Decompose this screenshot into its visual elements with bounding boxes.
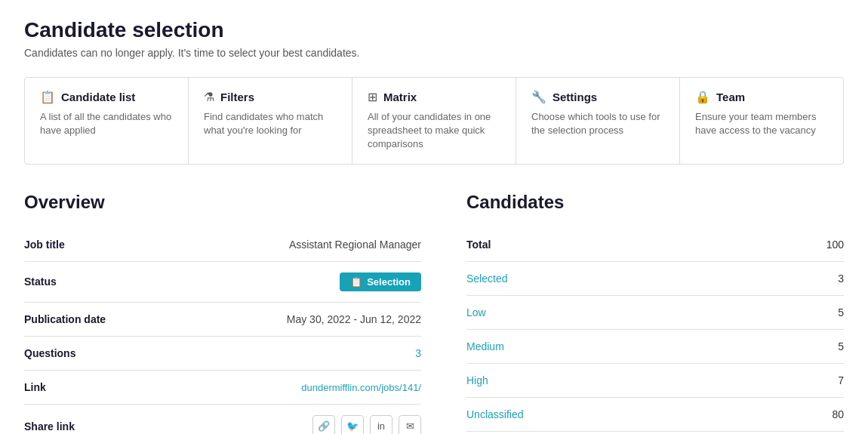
table-row: Low5 [466, 295, 844, 329]
candidates-row-label: High [466, 363, 755, 397]
page-subtitle: Candidates can no longer apply. It's tim… [24, 47, 844, 59]
filters-desc: Find candidates who match what you're lo… [204, 110, 337, 137]
settings-icon: 🔧 [531, 90, 546, 104]
candidates-row-value: 3 [755, 261, 844, 295]
badge-icon: 📋 [350, 276, 362, 288]
matrix-desc: All of your candidates in one spreadshee… [368, 110, 500, 152]
filters-title: Filters [220, 91, 254, 103]
candidates-row-label: Medium [466, 329, 755, 363]
candidates-selected-link[interactable]: Selected [466, 272, 507, 285]
overview-table: Job titleAssistant Regional ManagerStatu… [24, 228, 421, 434]
candidates-title: Candidates [466, 192, 844, 213]
candidates-unclassified-link[interactable]: Unclassified [466, 408, 523, 420]
overview-row-label: Job title [24, 228, 145, 262]
table-row: Questions3 [24, 336, 421, 370]
twitter-icon[interactable]: 🐦 [341, 415, 364, 434]
settings-title: Settings [553, 91, 597, 103]
overview-row-label: Share link [24, 404, 145, 434]
matrix-icon: ⊞ [368, 90, 377, 104]
table-row: Unclassified80 [466, 397, 844, 431]
table-row: Share link🔗🐦in✉ [24, 404, 421, 434]
candidates-section: Candidates Total100Selected3Low5Medium5H… [466, 192, 844, 434]
card-settings[interactable]: 🔧 Settings Choose which tools to use for… [516, 78, 680, 164]
candidates-row-value: 80 [755, 397, 844, 431]
candidates-row-value: 100 [755, 228, 844, 262]
job-link[interactable]: dundermifflin.com/jobs/141/ [301, 382, 421, 393]
candidates-row-value: 5 [755, 295, 844, 329]
card-team[interactable]: 🔒 Team Ensure your team members have acc… [680, 78, 843, 164]
candidates-medium-link[interactable]: Medium [466, 340, 504, 352]
card-candidate-list[interactable]: 📋 Candidate list A list of all the candi… [25, 78, 189, 164]
link-icon[interactable]: 🔗 [312, 415, 335, 434]
candidate-list-title: Candidate list [61, 91, 135, 103]
team-title: Team [716, 91, 745, 103]
candidates-high-link[interactable]: High [466, 374, 488, 386]
candidate-list-icon: 📋 [40, 90, 55, 104]
table-row: High7 [466, 363, 844, 397]
table-row: Linkdundermifflin.com/jobs/141/ [24, 370, 421, 404]
candidates-row-value: 5 [755, 329, 844, 363]
questions-link[interactable]: 3 [415, 347, 421, 359]
filters-icon: ⚗ [204, 90, 214, 104]
table-row: Status📋 Selection [24, 261, 421, 302]
team-desc: Ensure your team members have access to … [695, 110, 828, 137]
matrix-title: Matrix [383, 91, 417, 103]
table-row: Medium5 [466, 329, 844, 363]
table-row: Total100 [466, 228, 844, 262]
candidates-row-label: Low [466, 295, 755, 329]
card-matrix[interactable]: ⊞ Matrix All of your candidates in one s… [352, 78, 516, 164]
candidates-row-label: Total [466, 228, 755, 262]
candidates-row-value: 7 [755, 363, 844, 397]
card-filters[interactable]: ⚗ Filters Find candidates who match what… [189, 78, 352, 164]
team-icon: 🔒 [695, 90, 710, 104]
overview-section: Overview Job titleAssistant Regional Man… [24, 192, 421, 434]
email-icon[interactable]: ✉ [399, 415, 421, 434]
candidates-row-label: Unclassified [466, 397, 755, 431]
overview-row-value: Assistant Regional Manager [145, 228, 421, 262]
table-row: Publication dateMay 30, 2022 - Jun 12, 2… [24, 302, 421, 336]
main-content: Overview Job titleAssistant Regional Man… [24, 192, 844, 434]
overview-row-label: Link [24, 370, 145, 404]
navigation-cards: 📋 Candidate list A list of all the candi… [24, 77, 844, 165]
overview-row-label: Publication date [24, 302, 145, 336]
table-row: Selected3 [466, 261, 844, 295]
overview-row-value[interactable]: 3 [145, 336, 421, 370]
share-icons-group: 🔗🐦in✉ [145, 415, 421, 434]
overview-row-value: 📋 Selection [145, 261, 421, 302]
candidates-table: Total100Selected3Low5Medium5High7Unclass… [466, 228, 844, 432]
overview-row-value[interactable]: dundermifflin.com/jobs/141/ [145, 370, 421, 404]
status-badge[interactable]: 📋 Selection [340, 272, 421, 291]
overview-title: Overview [24, 192, 421, 213]
overview-row-label: Questions [24, 336, 145, 370]
table-row: Job titleAssistant Regional Manager [24, 228, 421, 262]
page-title: Candidate selection [24, 18, 844, 42]
overview-row-label: Status [24, 261, 145, 302]
candidate-list-desc: A list of all the candidates who have ap… [40, 110, 173, 137]
overview-row-value: 🔗🐦in✉ [145, 404, 421, 434]
candidates-low-link[interactable]: Low [466, 306, 486, 319]
candidates-row-label: Selected [466, 261, 755, 295]
linkedin-icon[interactable]: in [370, 415, 392, 434]
settings-desc: Choose which tools to use for the select… [531, 110, 664, 137]
overview-row-value: May 30, 2022 - Jun 12, 2022 [145, 302, 421, 336]
